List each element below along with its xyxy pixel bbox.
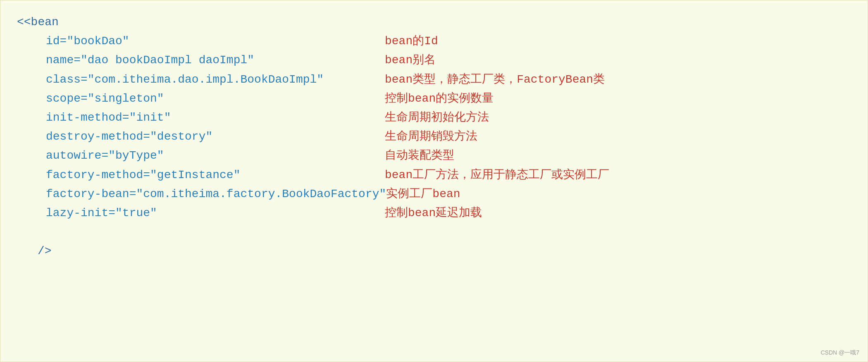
attr-code-1: name="dao bookDaoImpl daoImpl" xyxy=(46,51,385,70)
main-container: <<bean id="bookDao" bean的Id name="dao bo… xyxy=(0,0,868,362)
attr-comment-4: 生命周期初始化方法 xyxy=(385,108,489,127)
attr-comment-8: 实例工厂bean xyxy=(386,185,460,204)
attr-comment-2: bean类型，静态工厂类，FactoryBean类 xyxy=(385,70,605,89)
code-block: <<bean id="bookDao" bean的Id name="dao bo… xyxy=(17,13,851,261)
attr-comment-6: 自动装配类型 xyxy=(385,146,454,165)
attr-line-4: init-method="init" 生命周期初始化方法 xyxy=(17,108,851,127)
attr-code-8: factory-bean="com.itheima.factory.BookDa… xyxy=(46,185,386,204)
attr-line-9: lazy-init="true" 控制bean延迟加载 xyxy=(17,204,851,223)
empty-line xyxy=(17,223,851,242)
attr-line-2: class="com.itheima.dao.impl.BookDaoImpl"… xyxy=(17,70,851,89)
attr-comment-7: bean工厂方法，应用于静态工厂或实例工厂 xyxy=(385,166,609,185)
attr-code-6: autowire="byType" xyxy=(46,146,385,165)
attr-line-5: destroy-method="destory" 生命周期销毁方法 xyxy=(17,127,851,146)
attr-code-7: factory-method="getInstance" xyxy=(46,166,385,185)
open-bracket: < xyxy=(17,13,24,32)
open-tag-line: <<bean xyxy=(17,13,851,32)
attr-line-7: factory-method="getInstance" bean工厂方法，应用… xyxy=(17,166,851,185)
attr-comment-9: 控制bean延迟加载 xyxy=(385,204,482,223)
attr-code-9: lazy-init="true" xyxy=(46,204,385,223)
attr-comment-0: bean的Id xyxy=(385,32,438,51)
watermark: CSDN @一哦7 xyxy=(820,349,859,357)
attr-code-5: destroy-method="destory" xyxy=(46,127,385,146)
attr-comment-5: 生命周期销毁方法 xyxy=(385,127,477,146)
attr-line-6: autowire="byType" 自动装配类型 xyxy=(17,146,851,165)
close-tag-line: /> xyxy=(17,242,851,261)
attr-line-0: id="bookDao" bean的Id xyxy=(17,32,851,51)
attr-code-0: id="bookDao" xyxy=(46,32,385,51)
attr-code-2: class="com.itheima.dao.impl.BookDaoImpl" xyxy=(46,70,385,89)
attr-code-4: init-method="init" xyxy=(46,108,385,127)
close-bracket: /> xyxy=(38,242,52,261)
bean-tag-name: <bean xyxy=(24,13,59,32)
attr-comment-1: bean别名 xyxy=(385,51,436,70)
attr-line-8: factory-bean="com.itheima.factory.BookDa… xyxy=(17,185,851,204)
attr-line-3: scope="singleton" 控制bean的实例数量 xyxy=(17,89,851,108)
attr-code-3: scope="singleton" xyxy=(46,89,385,108)
attr-line-1: name="dao bookDaoImpl daoImpl" bean别名 xyxy=(17,51,851,70)
attr-comment-3: 控制bean的实例数量 xyxy=(385,89,494,108)
